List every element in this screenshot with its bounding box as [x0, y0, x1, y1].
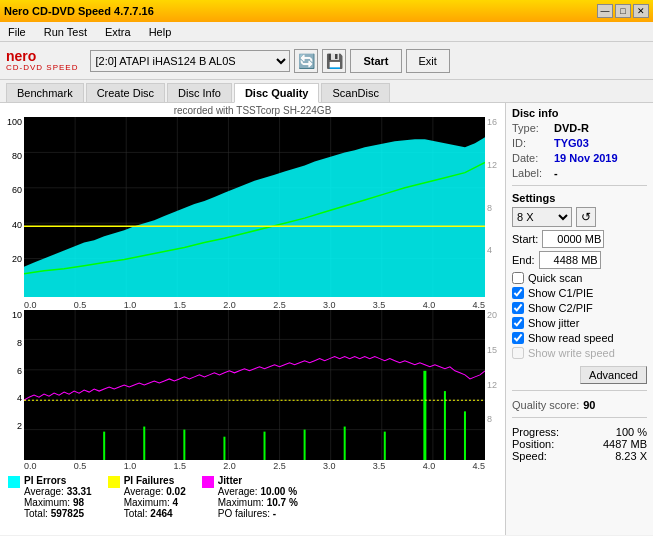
- show-c2-pif-label: Show C2/PIF: [528, 302, 593, 314]
- position-row: Position: 4487 MB: [512, 438, 647, 450]
- quick-scan-checkbox[interactable]: [512, 272, 524, 284]
- tab-create-disc[interactable]: Create Disc: [86, 83, 165, 102]
- show-write-speed-checkbox[interactable]: [512, 347, 524, 359]
- upper-y-axis-right: 16 12 8 4: [485, 117, 503, 310]
- disc-label-label: Label:: [512, 167, 550, 179]
- speed-select[interactable]: 8 X: [512, 207, 572, 227]
- menu-run-test[interactable]: Run Test: [40, 24, 91, 40]
- toolbar: nero CD-DVD SPEED [2:0] ATAPI iHAS124 B …: [0, 42, 653, 80]
- chart-area: recorded with TSSTcorp SH-224GB 100 80 6…: [0, 103, 505, 535]
- pi-errors-total: Total: 597825: [24, 508, 92, 519]
- app-title: Nero CD-DVD Speed 4.7.7.16: [4, 5, 154, 17]
- show-c1-pie-checkbox[interactable]: [512, 287, 524, 299]
- pi-errors-maximum: Maximum: 98: [24, 497, 92, 508]
- disc-label-row: Label: -: [512, 167, 647, 179]
- progress-section: Progress: 100 % Position: 4487 MB Speed:…: [512, 426, 647, 462]
- jitter-title: Jitter: [218, 475, 298, 486]
- quality-score-label: Quality score:: [512, 399, 579, 411]
- disc-label-value: -: [554, 167, 558, 179]
- show-read-speed-label: Show read speed: [528, 332, 614, 344]
- menu-bar: File Run Test Extra Help: [0, 22, 653, 42]
- tab-bar: Benchmark Create Disc Disc Info Disc Qua…: [0, 80, 653, 103]
- quality-score-value: 90: [583, 399, 595, 411]
- end-mb-row: End:: [512, 251, 647, 269]
- show-c1-pie-label: Show C1/PIE: [528, 287, 593, 299]
- show-jitter-row: Show jitter: [512, 317, 647, 329]
- refresh-icon[interactable]: 🔄: [294, 49, 318, 73]
- disc-type-value: DVD-R: [554, 122, 589, 134]
- menu-help[interactable]: Help: [145, 24, 176, 40]
- settings-refresh-button[interactable]: ↺: [576, 207, 596, 227]
- lower-chart: [24, 310, 485, 460]
- settings-title: Settings: [512, 192, 647, 204]
- show-c2-pif-row: Show C2/PIF: [512, 302, 647, 314]
- disc-type-label: Type:: [512, 122, 550, 134]
- pi-errors-color: [8, 476, 20, 488]
- tab-disc-quality[interactable]: Disc Quality: [234, 83, 320, 103]
- tab-scan-disc[interactable]: ScanDisc: [321, 83, 389, 102]
- show-read-speed-checkbox[interactable]: [512, 332, 524, 344]
- divider3: [512, 417, 647, 418]
- quality-score-row: Quality score: 90: [512, 399, 647, 411]
- disc-info-title: Disc info: [512, 107, 647, 119]
- start-button[interactable]: Start: [350, 49, 401, 73]
- jitter-average: Average: 10.00 %: [218, 486, 298, 497]
- chart-header: recorded with TSSTcorp SH-224GB: [2, 105, 503, 116]
- svg-rect-15: [24, 310, 485, 460]
- tab-disc-info[interactable]: Disc Info: [167, 83, 232, 102]
- show-c1-pie-row: Show C1/PIE: [512, 287, 647, 299]
- show-jitter-label: Show jitter: [528, 317, 579, 329]
- main-content: recorded with TSSTcorp SH-224GB 100 80 6…: [0, 103, 653, 535]
- minimize-button[interactable]: —: [597, 4, 613, 18]
- logo: nero CD-DVD SPEED: [6, 49, 78, 72]
- lower-y-axis-left: 10 8 6 4 2: [2, 310, 24, 471]
- legend: PI Errors Average: 33.31 Maximum: 98 Tot…: [2, 471, 503, 521]
- exit-button[interactable]: Exit: [406, 49, 450, 73]
- save-icon[interactable]: 💾: [322, 49, 346, 73]
- progress-label: Progress:: [512, 426, 559, 438]
- divider1: [512, 185, 647, 186]
- maximize-button[interactable]: □: [615, 4, 631, 18]
- progress-value: 100 %: [616, 426, 647, 438]
- upper-chart-wrapper: 100 80 60 40 20: [2, 117, 503, 310]
- advanced-button[interactable]: Advanced: [580, 366, 647, 384]
- pi-failures-color: [108, 476, 120, 488]
- speed-label: Speed:: [512, 450, 547, 462]
- quick-scan-row: Quick scan: [512, 272, 647, 284]
- disc-id-value: TYG03: [554, 137, 589, 149]
- disc-id-label: ID:: [512, 137, 550, 149]
- show-write-speed-row: Show write speed: [512, 347, 647, 359]
- upper-chart: [24, 117, 485, 297]
- menu-extra[interactable]: Extra: [101, 24, 135, 40]
- pi-failures-title: PI Failures: [124, 475, 186, 486]
- start-label: Start:: [512, 233, 538, 245]
- disc-date-label: Date:: [512, 152, 550, 164]
- close-button[interactable]: ✕: [633, 4, 649, 18]
- disc-date-value: 19 Nov 2019: [554, 152, 618, 164]
- pi-failures-maximum: Maximum: 4: [124, 497, 186, 508]
- upper-chart-inner: 0.0 0.5 1.0 1.5 2.0 2.5 3.0 3.5 4.0 4.5: [24, 117, 485, 310]
- pi-errors-title: PI Errors: [24, 475, 92, 486]
- tab-benchmark[interactable]: Benchmark: [6, 83, 84, 102]
- drive-select[interactable]: [2:0] ATAPI iHAS124 B AL0S: [90, 50, 290, 72]
- disc-type-row: Type: DVD-R: [512, 122, 647, 134]
- end-input[interactable]: [539, 251, 601, 269]
- start-input[interactable]: [542, 230, 604, 248]
- jitter-maximum: Maximum: 10.7 %: [218, 497, 298, 508]
- menu-file[interactable]: File: [4, 24, 30, 40]
- show-jitter-checkbox[interactable]: [512, 317, 524, 329]
- start-mb-row: Start:: [512, 230, 647, 248]
- pi-failures-total: Total: 2464: [124, 508, 186, 519]
- jitter-po-failures: PO failures: -: [218, 508, 298, 519]
- right-panel: Disc info Type: DVD-R ID: TYG03 Date: 19…: [505, 103, 653, 535]
- legend-jitter: Jitter Average: 10.00 % Maximum: 10.7 % …: [202, 475, 298, 519]
- quick-scan-label: Quick scan: [528, 272, 582, 284]
- lower-chart-inner: 0.0 0.5 1.0 1.5 2.0 2.5 3.0 3.5 4.0 4.5: [24, 310, 485, 471]
- window-controls: — □ ✕: [597, 4, 649, 18]
- progress-row: Progress: 100 %: [512, 426, 647, 438]
- pi-errors-average: Average: 33.31: [24, 486, 92, 497]
- speed-row: 8 X ↺: [512, 207, 647, 227]
- show-c2-pif-checkbox[interactable]: [512, 302, 524, 314]
- lower-y-axis-right: 20 15 12 8: [485, 310, 503, 471]
- speed-row-progress: Speed: 8.23 X: [512, 450, 647, 462]
